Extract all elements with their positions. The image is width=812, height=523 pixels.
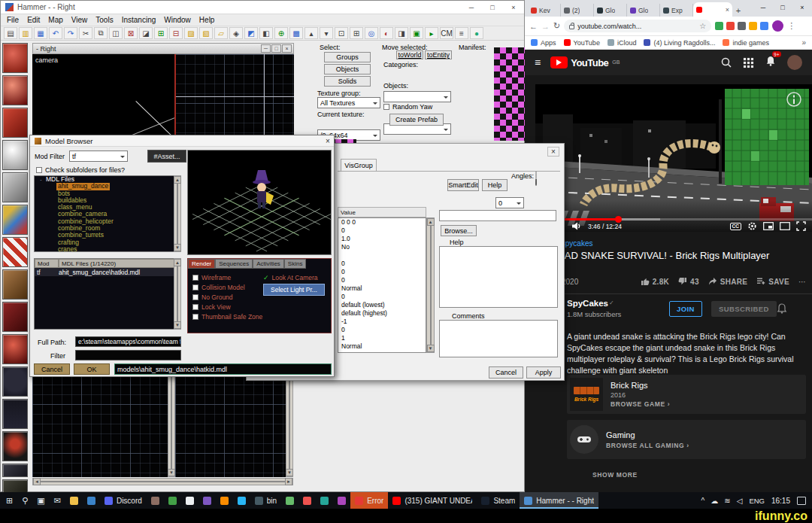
select-objects-button[interactable]: Objects: [324, 64, 371, 74]
dialog-close-button[interactable]: ×: [547, 147, 559, 157]
extension-green-icon[interactable]: [715, 22, 723, 30]
model-browser-cancel-button[interactable]: Cancel: [34, 363, 70, 375]
channel-name[interactable]: SpyCakes: [567, 299, 608, 308]
render-panel-tab[interactable]: Render: [188, 259, 215, 269]
edge-icon[interactable]: [83, 492, 100, 509]
mod-filter-dropdown[interactable]: tf: [69, 151, 128, 162]
bookmark-item[interactable]: indie games: [723, 39, 769, 47]
youtube-window-button[interactable]: (315) GIANT UNDEAD...: [388, 492, 477, 509]
texture-apply-icon[interactable]: ▩: [289, 27, 303, 39]
value-column-header[interactable]: Value: [338, 207, 426, 217]
value-input[interactable]: [439, 210, 556, 221]
share-button[interactable]: SHARE: [708, 277, 748, 286]
pinned-app-8-icon[interactable]: [298, 492, 316, 509]
texture-group-dropdown[interactable]: All Textures: [317, 97, 380, 108]
viewport-minimize-button[interactable]: ─: [261, 44, 271, 53]
browser-tab[interactable]: Glo ×: [594, 4, 627, 17]
model-file-row[interactable]: tf ahit_smug_dance\hatkid.mdl: [35, 268, 180, 276]
browser-tab[interactable]: Glo ×: [627, 4, 660, 17]
extension-grey-icon[interactable]: [738, 22, 746, 30]
browse-gaming-link[interactable]: BROWSE ALL GAMING ›: [606, 442, 689, 449]
bookmark-item[interactable]: (4) Living Ragdolls...: [644, 39, 715, 47]
minimize-button[interactable]: ─: [461, 1, 482, 14]
model-path-input[interactable]: models\ahit_smug_dance\hatkid.mdl: [114, 363, 332, 375]
file-explorer-icon[interactable]: [65, 492, 83, 509]
small-tool-a-icon[interactable]: [2, 464, 28, 477]
tree-item[interactable]: buildables: [35, 197, 180, 204]
volume-icon[interactable]: ◁: [737, 497, 743, 505]
bookmarks-overflow-icon[interactable]: »: [801, 38, 806, 47]
filter-input[interactable]: [75, 350, 181, 360]
bin-button[interactable]: bin: [250, 492, 281, 509]
miniplayer-icon[interactable]: [763, 222, 774, 230]
menu-item[interactable]: Instancing: [122, 16, 156, 24]
property-value[interactable]: 0: [338, 293, 426, 301]
file-list-scrollbar[interactable]: ▲▼: [174, 258, 181, 330]
tree-item[interactable]: class_menu: [35, 204, 180, 211]
property-value[interactable]: 0: [338, 260, 426, 268]
tree-item[interactable]: combine_turrets: [35, 232, 180, 239]
maximize-button[interactable]: □: [482, 1, 503, 14]
property-value[interactable]: 0: [338, 326, 426, 334]
copy-icon[interactable]: ⧉: [94, 27, 108, 39]
close-button[interactable]: ×: [503, 1, 524, 14]
move-to-world-button[interactable]: toWorld: [396, 50, 423, 59]
browser-tab[interactable]: ×: [693, 2, 732, 17]
language-indicator[interactable]: ENG: [749, 497, 765, 505]
property-value[interactable]: default (lowest): [338, 301, 426, 309]
select-touching-icon[interactable]: ◈: [229, 27, 243, 39]
model-browser-titlebar[interactable]: Model Browser ×: [30, 135, 334, 147]
property-value[interactable]: default (highest): [338, 309, 426, 318]
asset-browser-button[interactable]: #Asset...: [147, 150, 186, 163]
redo-icon[interactable]: ↷: [64, 27, 77, 39]
bookmark-star-icon[interactable]: ☆: [699, 22, 706, 30]
camera-tool-icon[interactable]: ◎: [365, 27, 378, 39]
render-panel-tab[interactable]: Skins: [284, 259, 307, 269]
viewport-window-titlebar[interactable]: - Right ─ □ ×: [32, 43, 294, 54]
subfolders-checkbox[interactable]: [36, 167, 42, 173]
block-tool-icon[interactable]: ◨: [395, 27, 408, 39]
primitive-sphere-red-icon[interactable]: [2, 75, 28, 105]
browser-minimize-button[interactable]: ─: [753, 0, 773, 15]
game-card[interactable]: Brick Rigs Brick Rigs 2016 BROWSE GAME ›: [567, 375, 806, 414]
visgroup-icon[interactable]: ▣: [410, 27, 423, 39]
viewport-horizontal-scrollbar[interactable]: ◄►: [32, 478, 293, 485]
angle-dropdown[interactable]: 0: [495, 197, 524, 208]
forward-button[interactable]: →: [541, 22, 550, 31]
cordon-icon[interactable]: ▱: [214, 27, 228, 39]
extension-red-icon[interactable]: [726, 22, 735, 30]
property-value[interactable]: [338, 251, 426, 260]
primitive-block-dark-icon[interactable]: [2, 302, 28, 332]
browse-button[interactable]: Browse...: [441, 225, 477, 236]
steam-button[interactable]: Steam: [477, 492, 520, 509]
save-button[interactable]: SAVE: [756, 277, 789, 286]
browser-maximize-button[interactable]: □: [773, 0, 792, 15]
undo-icon[interactable]: ↶: [49, 27, 62, 39]
viewport-close-button[interactable]: ×: [282, 44, 292, 53]
primitive-multi-icon[interactable]: [2, 205, 28, 235]
menu-item[interactable]: File: [7, 16, 19, 24]
pinned-app-6-icon[interactable]: [233, 492, 250, 509]
join-button[interactable]: JOIN: [669, 301, 702, 317]
captions-button[interactable]: CC: [730, 223, 741, 230]
categories-dropdown[interactable]: [383, 91, 451, 102]
clip-tool-icon[interactable]: ◩: [244, 27, 258, 39]
grid-larger-icon[interactable]: ▾: [320, 27, 333, 39]
browser-close-button[interactable]: ×: [792, 0, 812, 15]
primitive-block-brown-icon[interactable]: [2, 269, 28, 300]
tab-close-icon[interactable]: ×: [726, 6, 729, 14]
theater-mode-icon[interactable]: [780, 222, 790, 230]
clock[interactable]: 16:15: [771, 497, 790, 505]
files-column-header[interactable]: MDL Files (1/14220): [59, 259, 180, 268]
like-button[interactable]: 2.8K: [641, 277, 669, 286]
pinned-app-1-icon[interactable]: [147, 492, 164, 509]
guide-menu-icon[interactable]: ≡: [535, 56, 541, 68]
youtube-logo[interactable]: YouTube GB: [550, 56, 620, 68]
volume-icon[interactable]: [571, 221, 582, 231]
task-view-icon[interactable]: ▣: [32, 492, 49, 509]
more-actions-icon[interactable]: ⋯: [798, 278, 806, 286]
network-icon[interactable]: ≋: [724, 497, 730, 505]
bookmark-item[interactable]: iCloud: [607, 39, 637, 47]
render-option-checkbox[interactable]: [192, 314, 198, 320]
property-value[interactable]: 0: [338, 268, 426, 276]
